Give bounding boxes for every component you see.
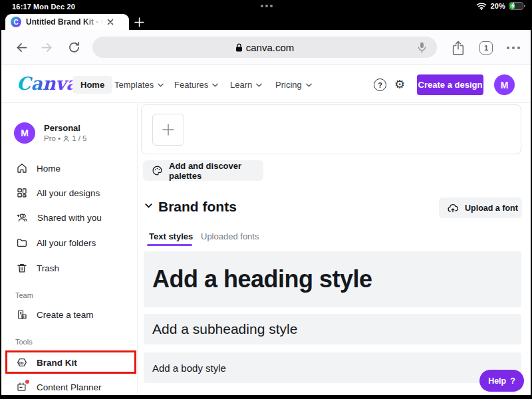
status-date: Mon Dec 20: [33, 3, 75, 11]
trash-icon: [16, 262, 28, 274]
address-bar[interactable]: canva.com: [92, 37, 437, 58]
chevron-down-icon: [212, 83, 218, 87]
nav-features[interactable]: Features: [174, 76, 218, 94]
status-indicators: 20%: [476, 2, 525, 10]
url-text: canva.com: [246, 42, 295, 53]
member-count: 1 / 5: [72, 134, 86, 142]
wifi-icon: [476, 2, 487, 10]
brand-palettes-card: [141, 104, 521, 154]
create-team-icon: [16, 309, 28, 321]
profile-name[interactable]: Personal: [44, 123, 80, 133]
add-palette-tile[interactable]: [152, 114, 184, 146]
collapse-chevron-icon[interactable]: [145, 203, 152, 208]
sidebar-item-content-planner[interactable]: Content Planner: [16, 381, 102, 393]
shared-people-icon: [16, 211, 29, 223]
chevron-down-icon: [256, 83, 262, 87]
plus-icon: [161, 122, 176, 137]
battery-percent: 20%: [490, 2, 505, 10]
multitasking-dots-icon: [261, 5, 273, 7]
notification-dot: [25, 380, 29, 384]
active-tab-underline: [147, 244, 192, 246]
upload-a-font-button[interactable]: Upload a font: [439, 198, 522, 218]
tab-close-icon[interactable]: [107, 19, 114, 25]
toolbar-more-icon[interactable]: [507, 47, 520, 49]
sidebar-item-home[interactable]: Home: [16, 162, 61, 174]
help-icon[interactable]: ?: [374, 78, 386, 91]
settings-gear-icon[interactable]: ⚙: [394, 77, 405, 92]
canva-logo[interactable]: Canva: [17, 73, 78, 94]
chevron-down-icon: [158, 83, 164, 87]
canva-favicon: C: [11, 17, 21, 27]
member-icon: [63, 135, 70, 142]
nav-learn[interactable]: Learn: [230, 76, 262, 94]
nav-pricing[interactable]: Pricing: [275, 76, 312, 94]
help-button[interactable]: Help ?: [479, 370, 524, 392]
content-planner-icon: [16, 381, 28, 393]
browser-tab[interactable]: C Untitled Brand Kit - Canv: [5, 14, 129, 30]
tab-text-styles[interactable]: Text styles: [149, 231, 193, 241]
add-subheading-style-row[interactable]: Add a subheading style: [144, 314, 521, 344]
sidebar-item-all-your-designs[interactable]: All your designs: [16, 187, 100, 199]
add-discover-palettes-button[interactable]: Add and discover palettes: [143, 160, 263, 181]
sidebar-item-shared-with-you[interactable]: Shared with you: [16, 211, 102, 223]
back-button[interactable]: [15, 41, 29, 55]
add-body-style-row[interactable]: Add a body style: [144, 352, 521, 383]
home-icon: [16, 162, 28, 174]
sidebar-divider: [137, 103, 138, 395]
battery-charging-icon: [509, 2, 525, 10]
team-section-label: Team: [15, 291, 33, 299]
status-time: 16:17: [12, 3, 31, 11]
chevron-down-icon: [306, 83, 312, 87]
cloud-upload-icon: [447, 203, 459, 213]
tab-overview-button[interactable]: 1: [479, 41, 493, 55]
tab-count: 1: [484, 44, 488, 52]
tab-uploaded-fonts[interactable]: Uploaded fonts: [201, 231, 259, 241]
nav-templates[interactable]: Templates: [114, 76, 164, 94]
sidebar-item-brand-kit[interactable]: co. Brand Kit: [16, 356, 77, 368]
designs-grid-icon: [16, 187, 28, 199]
share-icon[interactable]: [451, 40, 466, 56]
brand-kit-icon: co.: [16, 356, 28, 368]
profile-avatar[interactable]: M: [14, 122, 35, 144]
reload-button[interactable]: [67, 41, 81, 55]
tab-title: Untitled Brand Kit - Canv: [26, 17, 106, 27]
create-a-design-button[interactable]: Create a design: [417, 74, 483, 95]
new-tab-button[interactable]: [134, 17, 144, 27]
sidebar-item-all-your-folders[interactable]: All your folders: [16, 237, 96, 249]
sidebar-item-trash[interactable]: Trash: [16, 262, 59, 274]
microphone-icon[interactable]: [416, 41, 428, 54]
brand-fonts-heading: Brand fonts: [158, 199, 237, 215]
profile-plan: Pro • 1 / 5: [44, 134, 87, 142]
folder-icon: [16, 237, 28, 249]
add-heading-style-row[interactable]: Add a heading style: [144, 251, 521, 307]
tools-section-label: Tools: [15, 338, 33, 346]
sidebar-item-create-a-team[interactable]: Create a team: [16, 309, 94, 321]
nav-home[interactable]: Home: [72, 76, 112, 94]
ipad-screenshot: 16:17 Mon Dec 20 20% C Untitled Brand Ki…: [0, 0, 532, 399]
lock-icon: [235, 43, 243, 52]
palette-icon: [152, 165, 163, 176]
account-avatar[interactable]: M: [494, 74, 515, 95]
forward-button[interactable]: [40, 41, 54, 55]
